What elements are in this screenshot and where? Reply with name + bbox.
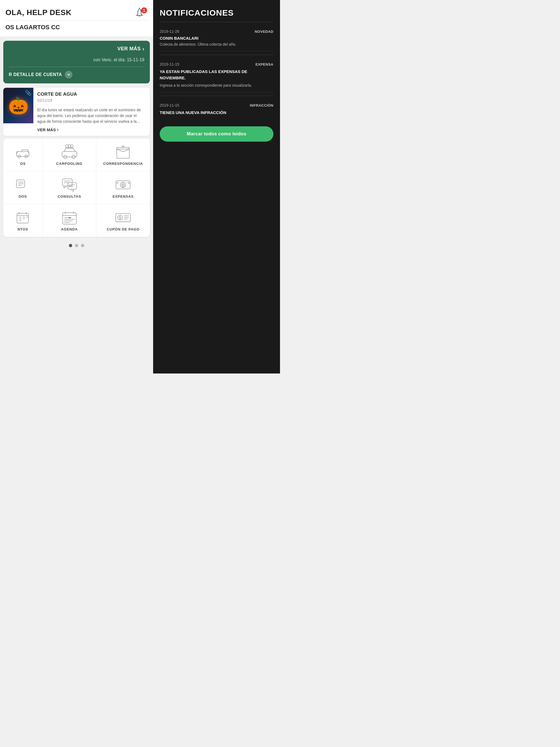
- header: OLA, HELP DESK OS LAGARTOS CC 1: [0, 0, 153, 36]
- grid-cell-label-carpooling: CARPOOLING: [56, 162, 82, 166]
- ver-mas-button[interactable]: VER MÁS ›: [9, 46, 144, 52]
- news-title: CORTE DE AGUA: [37, 92, 146, 97]
- svg-rect-1: [17, 152, 29, 156]
- notif-date-1: 2019-11-26: [160, 29, 179, 34]
- news-divider: [37, 105, 146, 105]
- bell-badge: 1: [141, 7, 147, 14]
- notif-type-2: EXPENSA: [255, 62, 274, 67]
- news-card[interactable]: 🎃 📎 CORTE DE AGUA 02/11/19 El día lunes …: [3, 88, 150, 136]
- arrow-right-icon: ›: [143, 46, 144, 52]
- grid-cell-label-cupon-pago: CUPÓN DE PAGO: [107, 227, 139, 231]
- grid-row-3: NTOS: [3, 204, 150, 237]
- pagination-dot-2[interactable]: [75, 244, 78, 247]
- detalle-cuenta-footer[interactable]: R DETALLE DE CUENTA: [9, 67, 144, 78]
- notif-date-3: 2019-11-15: [160, 103, 179, 107]
- grid-cell-label-correspondencia: CORRESPONDENCIA: [103, 162, 143, 166]
- pagination-dot-3[interactable]: [81, 244, 84, 247]
- notif-date-2: 2019-11-15: [160, 62, 179, 67]
- grid-cell-label-consultas: CONSULTAS: [58, 195, 81, 199]
- notif-message-1: Colecta de alimentos: Última colecta del…: [160, 42, 274, 47]
- attachment-icon: 📎: [25, 90, 31, 96]
- news-text: El día lunes se estará realizando un cor…: [37, 107, 146, 124]
- pagination-dot-1[interactable]: [69, 244, 72, 247]
- notification-item-2[interactable]: 2019-11-15 EXPENSA YA ESTAN PUBLICADAS L…: [160, 58, 274, 93]
- notif-divider-2: [160, 96, 274, 96]
- grid-cell-partial-3[interactable]: NTOS: [3, 204, 43, 237]
- partial-icon-3: [15, 211, 31, 225]
- carpooling-icon: [61, 145, 78, 159]
- correspondencia-icon: [115, 145, 131, 159]
- pumpkin-icon: 🎃: [8, 96, 29, 115]
- notif-header-2: 2019-11-15 EXPENSA: [160, 62, 274, 67]
- consultas-icon: [61, 178, 78, 192]
- notif-message-2: YA ESTAN PUBLICADAS LAS EXPENSAS DE NOVI…: [160, 69, 274, 81]
- notif-type-1: NOVEDAD: [255, 29, 274, 34]
- grid-cell-label-partial-3: NTOS: [18, 227, 28, 231]
- news-image: 🎃 📎: [3, 88, 33, 123]
- svg-rect-4: [62, 152, 77, 157]
- grid-cell-label-partial-1: OS: [20, 162, 25, 166]
- partial-icon-1: [15, 145, 31, 159]
- grid-cell-carpooling[interactable]: CARPOOLING: [43, 138, 97, 171]
- notif-type-3: INFRACCIÓN: [250, 103, 274, 107]
- grid-row-1: OS: [3, 138, 150, 172]
- grid-cell-label-partial-2: DOS: [19, 195, 27, 199]
- notif-divider-1: [160, 55, 274, 55]
- services-grid: OS: [3, 138, 150, 237]
- notification-item-1[interactable]: 2019-11-26 NOVEDAD CONIN BANCALARI Colec…: [160, 25, 274, 51]
- agenda-icon: [61, 211, 78, 225]
- grid-cell-correspondencia[interactable]: CORRESPONDENCIA: [96, 138, 150, 171]
- grid-cell-partial-1[interactable]: OS: [3, 138, 43, 171]
- header-divider: [5, 20, 148, 21]
- mark-all-read-button[interactable]: Marcar todos como leidos: [160, 126, 274, 141]
- grid-cell-expensas[interactable]: EXPENSAS: [96, 172, 150, 204]
- vencimiento-text: con Venc. el día: 15-11-19: [9, 57, 144, 62]
- left-panel: OLA, HELP DESK OS LAGARTOS CC 1 VER MÁS …: [0, 0, 153, 374]
- notif-header-3: 2019-11-15 INFRACCIÓN: [160, 103, 274, 107]
- page-title: OLA, HELP DESK: [5, 8, 148, 17]
- grid-cell-agenda[interactable]: AGENDA: [43, 204, 97, 237]
- notif-submessage-2: Ingresa a la sección correspondiente par…: [160, 83, 274, 88]
- notif-header-1: 2019-11-26 NOVEDAD: [160, 29, 274, 34]
- svg-rect-23: [122, 185, 124, 187]
- notif-sender-1: CONIN BANCALARI: [160, 36, 274, 41]
- chevron-down-icon[interactable]: [65, 71, 73, 78]
- notification-bell[interactable]: 1: [131, 7, 148, 23]
- news-date: 02/11/19: [37, 98, 146, 103]
- notif-divider-top: [160, 22, 274, 22]
- grid-cell-consultas[interactable]: CONSULTAS: [43, 172, 97, 204]
- svg-point-48: [70, 217, 71, 218]
- svg-rect-10: [117, 149, 129, 158]
- news-ver-mas-button[interactable]: VER MÁS ›: [37, 127, 146, 132]
- grid-cell-partial-2[interactable]: DOS: [3, 172, 43, 204]
- expensas-icon: [115, 178, 131, 192]
- grid-cell-label-expensas: EXPENSAS: [113, 195, 134, 199]
- partial-icon-2: [15, 178, 31, 192]
- news-content: CORTE DE AGUA 02/11/19 El día lunes se e…: [33, 88, 150, 136]
- account-card[interactable]: VER MÁS › con Venc. el día: 15-11-19 R D…: [3, 41, 150, 83]
- grid-cell-label-agenda: AGENDA: [61, 227, 78, 231]
- svg-rect-28: [17, 213, 28, 223]
- svg-rect-49: [116, 213, 130, 222]
- notif-message-3: TIENES UNA NUEVA INFRACCIÓN: [160, 110, 274, 116]
- notifications-title: NOTIFICACIONES: [160, 8, 274, 18]
- cupon-pago-icon: $: [115, 211, 131, 225]
- club-name: OS LAGARTOS CC: [5, 24, 148, 31]
- grid-row-2: DOS: [3, 172, 150, 204]
- pagination: [0, 239, 153, 253]
- detalle-label: R DETALLE DE CUENTA: [9, 72, 62, 77]
- notification-item-3[interactable]: 2019-11-15 INFRACCIÓN TIENES UNA NUEVA I…: [160, 99, 274, 120]
- notifications-panel: NOTIFICACIONES 2019-11-26 NOVEDAD CONIN …: [153, 0, 280, 374]
- arrow-right-icon: ›: [57, 127, 58, 132]
- grid-cell-cupon-pago[interactable]: $ CUPÓN DE PAGO: [96, 204, 150, 237]
- svg-text:$: $: [119, 215, 121, 220]
